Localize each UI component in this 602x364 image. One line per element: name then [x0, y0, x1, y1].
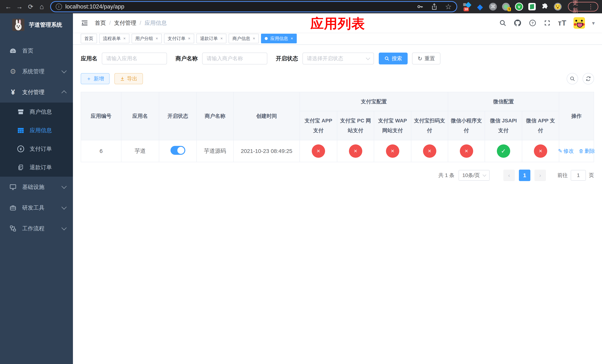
sidebar-item-merchant-info[interactable]: 商户信息	[0, 103, 73, 121]
app-name-label: 应用名	[81, 55, 97, 62]
extension-pin-icon[interactable]: 10	[463, 3, 471, 11]
search-icon	[570, 76, 575, 81]
browser-reload-button[interactable]	[26, 2, 35, 11]
sidebar-item-pay-orders[interactable]: ¥ 支付订单	[0, 139, 73, 158]
user-avatar[interactable]	[573, 17, 585, 29]
cell-app-name: 芋道	[121, 140, 159, 162]
extension-notes-icon[interactable]	[528, 3, 536, 10]
cell-app-id: 6	[81, 140, 121, 162]
merchant-name-label: 商户名称	[175, 55, 198, 62]
breadcrumb: 首页 / 支付管理 / 应用信息	[95, 19, 167, 27]
site-info-icon[interactable]	[56, 3, 62, 10]
sidebar-item-infra[interactable]: 基础设施	[0, 177, 73, 197]
reset-button[interactable]: 重置	[412, 53, 441, 64]
top-navbar: 首页 / 支付管理 / 应用信息 应用列表	[73, 13, 602, 32]
extension-green-v-icon[interactable]: v	[515, 3, 523, 11]
app-title: 芋道管理系统	[29, 21, 62, 29]
address-bar[interactable]: localhost:1024/pay/app	[51, 2, 457, 11]
search-icon[interactable]	[499, 19, 506, 27]
page-number-1[interactable]: 1	[519, 170, 530, 181]
close-icon[interactable]: ×	[253, 36, 255, 41]
app-logo[interactable]: 芋道管理系统	[0, 13, 73, 33]
prev-page-button[interactable]: ‹	[503, 170, 515, 181]
tag-refund-orders[interactable]: 退款订单×	[196, 34, 226, 43]
pagination: 共 1 条 10条/页 ‹ 1 › 前往 页	[81, 170, 594, 181]
search-button[interactable]: 搜索	[379, 53, 408, 64]
sidebar-item-system[interactable]: 系统管理	[0, 61, 73, 82]
sidebar-item-payment[interactable]: 支付管理	[0, 82, 73, 103]
export-button[interactable]: 导出	[114, 73, 143, 84]
sidebar-item-app-info[interactable]: 应用信息	[0, 121, 73, 139]
trash-icon	[579, 149, 583, 153]
browser-menu-icon[interactable]	[588, 3, 594, 10]
close-icon[interactable]: ×	[291, 36, 293, 41]
page-size-select[interactable]: 10条/页	[459, 170, 490, 181]
browser-update-button[interactable]: 更新	[568, 2, 598, 11]
fullscreen-icon[interactable]	[544, 19, 551, 27]
sidebar-item-workflow[interactable]: 工作流程	[0, 218, 73, 239]
tag-process-form[interactable]: 流程表单×	[99, 34, 129, 43]
sidebar-item-devtools[interactable]: 研发工具	[0, 197, 73, 218]
breadcrumb-home[interactable]: 首页	[95, 19, 106, 27]
payment-submenu: 商户信息 应用信息 ¥	[0, 103, 73, 177]
breadcrumb-section[interactable]: 支付管理	[114, 19, 136, 27]
extension-emoji-icon[interactable]	[554, 3, 562, 11]
col-alipay-wap: 支付宝 WAP 网站支付	[374, 111, 411, 140]
col-wx-jsapi: 微信 JSAPI 支付	[485, 111, 522, 140]
config-status-icon: ✓	[497, 144, 510, 158]
col-status: 开启状态	[159, 92, 197, 140]
sidebar-item-label: 支付管理	[22, 88, 44, 96]
update-label: 更新	[573, 0, 583, 14]
add-button[interactable]: ＋ 新增	[81, 73, 110, 84]
url-text[interactable]: localhost:1024/pay/app	[65, 3, 124, 10]
share-icon[interactable]	[431, 3, 438, 10]
extensions-row: 10 1 v	[463, 3, 562, 11]
status-toggle[interactable]	[171, 146, 185, 155]
browser-back-button[interactable]	[4, 2, 13, 11]
extension-gem-icon[interactable]	[476, 3, 484, 11]
extension-proxy-icon[interactable]: 1	[502, 3, 510, 11]
close-icon[interactable]: ×	[188, 36, 191, 41]
tag-app-info[interactable]: 应用信息×	[261, 34, 297, 43]
yen-circle-icon: ¥	[17, 145, 25, 152]
extension-command-icon[interactable]	[489, 3, 497, 11]
sidebar-item-label: 应用信息	[30, 127, 52, 134]
browser-forward-button[interactable]	[15, 2, 24, 11]
tag-user-group[interactable]: 用户分组×	[132, 34, 162, 43]
merchant-name-input[interactable]	[202, 53, 267, 64]
apps-table: 应用编号 应用名 开启状态 商户名称 创建时间 支付宝配置 微信配置 操作 支付…	[81, 92, 594, 162]
close-icon[interactable]: ×	[220, 36, 223, 41]
github-icon[interactable]	[514, 19, 522, 27]
help-icon[interactable]: ?	[529, 19, 537, 27]
app-name-input[interactable]	[102, 53, 167, 64]
close-icon[interactable]: ×	[123, 36, 126, 41]
cell-merchant: 芋道源码	[197, 140, 233, 162]
dashboard-icon	[9, 47, 17, 54]
active-dot	[265, 37, 268, 40]
show-search-button[interactable]	[567, 73, 578, 85]
avatar-caret-icon[interactable]	[592, 20, 595, 26]
close-icon[interactable]: ×	[156, 36, 158, 41]
svg-text:¥: ¥	[20, 147, 22, 151]
config-status-icon: ×	[349, 144, 362, 158]
col-alipay-pc: 支付宝 PC 网站支付	[337, 111, 374, 140]
sidebar-item-refund-orders[interactable]: 退款订单	[0, 158, 73, 177]
font-size-icon[interactable]	[558, 19, 567, 27]
tag-merchant-info[interactable]: 商户信息×	[229, 34, 259, 43]
sidebar-item-home[interactable]: 首页	[0, 40, 73, 61]
browser-home-button[interactable]	[37, 2, 46, 11]
tag-pay-orders[interactable]: 支付订单×	[164, 34, 194, 43]
edit-link[interactable]: 修改	[558, 148, 574, 155]
extensions-puzzle-icon[interactable]	[541, 3, 549, 11]
sidebar-collapse-icon[interactable]	[81, 19, 88, 27]
password-key-icon[interactable]	[417, 3, 424, 10]
delete-link[interactable]: 删除	[579, 148, 595, 155]
status-select[interactable]: 请选择开启状态	[302, 53, 374, 64]
next-page-button[interactable]: ›	[534, 170, 546, 181]
goto-page-input[interactable]	[571, 170, 586, 181]
chevron-up-icon	[62, 90, 67, 96]
refresh-table-button[interactable]	[582, 73, 594, 85]
sidebar-item-label: 首页	[22, 47, 33, 55]
bookmark-star-icon[interactable]	[445, 2, 452, 11]
tag-home[interactable]: 首页	[81, 34, 97, 43]
